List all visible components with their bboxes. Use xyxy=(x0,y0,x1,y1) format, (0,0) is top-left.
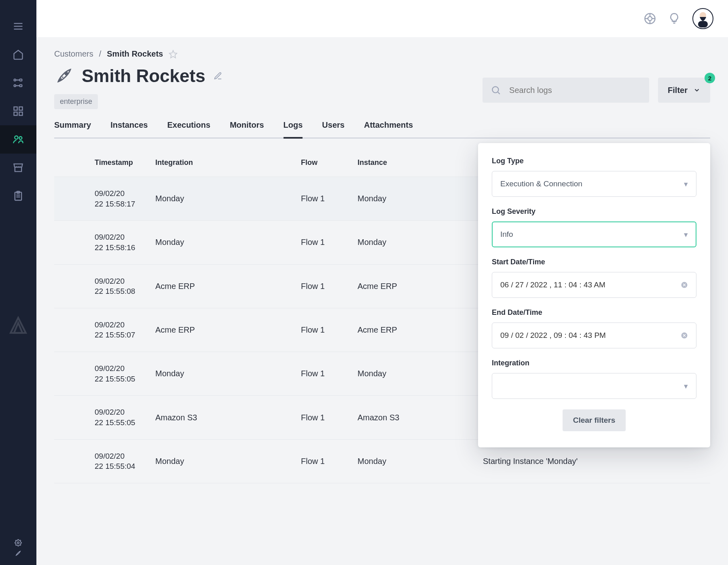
tab-attachments[interactable]: Attachments xyxy=(364,120,413,138)
hamburger-icon xyxy=(13,21,24,32)
log-type-value: Execution & Connection xyxy=(500,179,582,188)
cell-integration: Monday xyxy=(155,194,301,203)
tab-summary[interactable]: Summary xyxy=(54,120,91,138)
svg-point-29 xyxy=(65,72,68,75)
cell-instance: Monday xyxy=(358,238,483,247)
edit-title-icon[interactable] xyxy=(214,72,222,80)
cell-instance: Monday xyxy=(358,194,483,203)
tab-monitors[interactable]: Monitors xyxy=(230,120,264,138)
end-datetime-label: End Date/Time xyxy=(492,308,696,317)
chevron-down-icon xyxy=(693,86,700,94)
topbar xyxy=(36,0,728,37)
svg-rect-9 xyxy=(14,112,17,115)
breadcrumb-parent[interactable]: Customers xyxy=(54,49,93,59)
svg-rect-4 xyxy=(20,79,22,81)
cell-integration: Monday xyxy=(155,369,301,378)
breadcrumb-separator: / xyxy=(99,49,102,59)
rocket-icon xyxy=(54,66,74,86)
rocket-mini-icon[interactable] xyxy=(15,550,22,557)
lightbulb-icon[interactable] xyxy=(668,13,680,25)
integration-filter-label: Integration xyxy=(492,359,696,367)
svg-marker-28 xyxy=(169,50,177,57)
chevron-down-icon: ▾ xyxy=(684,382,688,391)
cell-instance: Acme ERP xyxy=(358,325,483,335)
cell-message: Starting Instance 'Monday' xyxy=(483,457,728,466)
sidebar-item-components[interactable] xyxy=(0,97,36,125)
cell-integration: Acme ERP xyxy=(155,282,301,291)
cell-flow: Flow 1 xyxy=(301,194,358,203)
gear-icon[interactable] xyxy=(15,539,22,546)
filter-button[interactable]: Filter 2 xyxy=(658,78,710,103)
cell-timestamp: 09/02/2022 15:58:17 xyxy=(95,188,155,209)
cell-integration: Monday xyxy=(155,457,301,466)
cell-flow: Flow 1 xyxy=(301,413,358,422)
col-integration: Integration xyxy=(155,158,301,167)
cell-integration: Monday xyxy=(155,238,301,247)
help-icon[interactable] xyxy=(644,13,656,25)
sidebar-item-integrations[interactable] xyxy=(0,69,36,97)
search-input-wrapper[interactable] xyxy=(483,78,649,103)
grid-icon xyxy=(13,105,24,117)
tab-logs[interactable]: Logs xyxy=(284,120,303,139)
cell-instance: Amazon S3 xyxy=(358,413,483,422)
clear-start-icon[interactable] xyxy=(681,281,688,289)
clear-filters-button[interactable]: Clear filters xyxy=(563,409,626,431)
users-icon xyxy=(13,134,24,145)
log-controls: Filter 2 xyxy=(483,78,710,103)
page: Customers / Smith Rockets Smith Rockets … xyxy=(36,37,728,565)
svg-point-19 xyxy=(648,17,652,21)
cell-timestamp: 09/02/2022 15:55:05 xyxy=(95,407,155,428)
sidebar xyxy=(0,0,36,565)
col-instance: Instance xyxy=(358,158,483,167)
cell-flow: Flow 1 xyxy=(301,325,358,335)
flow-icon xyxy=(13,77,24,89)
severity-value: Info xyxy=(500,230,513,239)
sidebar-item-customers[interactable] xyxy=(0,125,36,154)
tab-executions[interactable]: Executions xyxy=(167,120,210,138)
page-title: Smith Rockets xyxy=(82,66,205,86)
end-datetime-input[interactable]: 09 / 02 / 2022 , 09 : 04 : 43 PM xyxy=(492,323,696,348)
home-icon xyxy=(13,49,24,60)
integration-select[interactable]: ▾ xyxy=(492,373,696,399)
svg-rect-7 xyxy=(14,107,17,110)
cell-flow: Flow 1 xyxy=(301,457,358,466)
cell-timestamp: 09/02/2022 15:55:08 xyxy=(95,276,155,297)
severity-label: Log Severity xyxy=(492,207,696,216)
cell-flow: Flow 1 xyxy=(301,238,358,247)
search-input[interactable] xyxy=(508,85,641,95)
severity-select[interactable]: Info ▾ xyxy=(492,221,696,247)
svg-line-31 xyxy=(498,92,500,94)
sidebar-item-marketplace[interactable] xyxy=(0,154,36,182)
cell-instance: Acme ERP xyxy=(358,282,483,291)
sidebar-menu-toggle[interactable] xyxy=(0,12,36,40)
chevron-down-icon: ▾ xyxy=(684,179,688,189)
search-icon xyxy=(491,85,501,95)
svg-point-3 xyxy=(14,79,16,81)
filter-count-badge: 2 xyxy=(705,73,715,83)
svg-point-30 xyxy=(492,86,498,93)
tab-users[interactable]: Users xyxy=(322,120,345,138)
log-type-label: Log Type xyxy=(492,157,696,165)
clear-end-icon[interactable] xyxy=(681,332,688,339)
svg-point-11 xyxy=(15,136,18,139)
tabs: Summary Instances Executions Monitors Lo… xyxy=(54,120,710,138)
cell-timestamp: 09/02/2022 15:55:05 xyxy=(95,363,155,384)
col-timestamp: Timestamp xyxy=(95,158,155,167)
cell-timestamp: 09/02/2022 15:58:16 xyxy=(95,232,155,253)
filter-panel: Log Type Execution & Connection ▾ Log Se… xyxy=(478,143,710,447)
sidebar-footer xyxy=(0,539,36,557)
sidebar-item-logs[interactable] xyxy=(0,182,36,210)
filter-label: Filter xyxy=(668,86,688,95)
start-datetime-input[interactable]: 06 / 27 / 2022 , 11 : 04 : 43 AM xyxy=(492,272,696,298)
col-flow: Flow xyxy=(301,158,358,167)
sidebar-item-home[interactable] xyxy=(0,40,36,69)
avatar[interactable] xyxy=(692,8,713,29)
log-type-select[interactable]: Execution & Connection ▾ xyxy=(492,171,696,197)
tag-enterprise: enterprise xyxy=(54,94,98,109)
svg-rect-8 xyxy=(19,107,22,110)
svg-point-12 xyxy=(19,137,22,139)
cell-integration: Amazon S3 xyxy=(155,413,301,422)
favorite-star-icon[interactable] xyxy=(169,50,178,59)
tab-instances[interactable]: Instances xyxy=(110,120,148,138)
start-datetime-label: Start Date/Time xyxy=(492,258,696,266)
